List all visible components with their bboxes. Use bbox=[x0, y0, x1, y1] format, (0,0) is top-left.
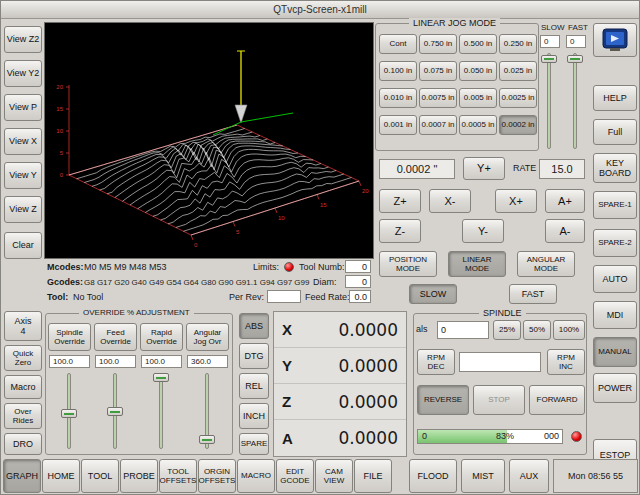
jog-y-minus-button[interactable]: Y- bbox=[462, 219, 504, 243]
rapid-override-value[interactable]: 100.0 bbox=[141, 355, 182, 368]
jog-increment-0100[interactable]: 0.100 in bbox=[379, 61, 417, 81]
jog-z-minus-button[interactable]: Z- bbox=[379, 219, 421, 243]
dro-abs-button[interactable]: ABS bbox=[239, 313, 269, 339]
origin-offsets-tab-button[interactable]: ORGIN OFFSETS bbox=[198, 459, 236, 493]
axis-select-button[interactable]: Axis 4 bbox=[4, 311, 42, 341]
jog-increment-00002[interactable]: 0.0002 in bbox=[499, 115, 537, 135]
quick-zero-button[interactable]: Quick Zero bbox=[4, 345, 42, 371]
feed-override-button[interactable]: Feed Override bbox=[94, 323, 137, 351]
feed-rate-entry[interactable]: 0.0 bbox=[349, 290, 371, 303]
flood-button[interactable]: FLOOD bbox=[409, 459, 457, 493]
linear-mode-button[interactable]: LINEAR MODE bbox=[448, 251, 506, 277]
rapid-override-button[interactable]: Rapid Override bbox=[140, 323, 183, 351]
mdi-mode-button[interactable]: MDI bbox=[593, 301, 637, 329]
jog-increment-0075[interactable]: 0.075 in bbox=[419, 61, 457, 81]
jog-x-plus-button[interactable]: X+ bbox=[495, 189, 537, 213]
spindle-override-button[interactable]: Spindle Override bbox=[48, 323, 91, 351]
title-bar[interactable]: QTvcp-Screen-x1mill bbox=[1, 1, 639, 19]
dro-rel-button[interactable]: REL bbox=[239, 373, 269, 399]
jog-increment-00025[interactable]: 0.0025 in bbox=[499, 88, 537, 108]
spindle-25pct-button[interactable]: 25% bbox=[493, 320, 521, 340]
dro-panel-button[interactable]: DRO bbox=[4, 433, 42, 455]
feed-override-slider-handle[interactable] bbox=[107, 407, 123, 416]
angular-override-value[interactable]: 360.0 bbox=[187, 355, 228, 368]
spindle-override-value[interactable]: 100.0 bbox=[49, 355, 90, 368]
jog-z-plus-button[interactable]: Z+ bbox=[379, 189, 421, 213]
fast-rate-button[interactable]: FAST bbox=[509, 284, 557, 304]
jog-x-minus-button[interactable]: X- bbox=[429, 189, 471, 213]
jog-increment-00075[interactable]: 0.0075 in bbox=[419, 88, 457, 108]
view-z2-button[interactable]: View Z2 bbox=[4, 26, 42, 53]
jog-increment-0010[interactable]: 0.010 in bbox=[379, 88, 417, 108]
spare2-button[interactable]: SPARE-2 bbox=[593, 229, 637, 257]
view-x-button[interactable]: View X bbox=[4, 128, 42, 155]
tool-offsets-tab-button[interactable]: TOOL OFFSETS bbox=[159, 459, 197, 493]
mist-button[interactable]: MIST bbox=[461, 459, 505, 493]
spare1-button[interactable]: SPARE-1 bbox=[593, 191, 637, 219]
view-y-button[interactable]: View Y bbox=[4, 162, 42, 189]
edit-gcode-tab-button[interactable]: EDIT GCODE bbox=[276, 459, 314, 493]
gremlin-3d-preview[interactable]: 0055101015152020 bbox=[44, 22, 374, 259]
keyboard-button[interactable]: KEY BOARD bbox=[593, 153, 637, 183]
jog-increment-0050[interactable]: 0.050 in bbox=[459, 61, 497, 81]
spindle-50pct-button[interactable]: 50% bbox=[523, 320, 551, 340]
jog-a-plus-button[interactable]: A+ bbox=[545, 189, 585, 213]
angular-override-button[interactable]: Angular Jog Ovr bbox=[186, 323, 229, 351]
aux-button[interactable]: AUX bbox=[509, 459, 549, 493]
jog-increment-0025[interactable]: 0.025 in bbox=[499, 61, 537, 81]
spindle-forward-button[interactable]: FORWARD bbox=[529, 385, 585, 415]
graph-tab-button[interactable]: GRAPH bbox=[3, 459, 41, 493]
jog-increment-0250[interactable]: 0.250 in bbox=[499, 34, 537, 54]
clear-plot-button[interactable]: Clear bbox=[4, 232, 42, 259]
slow-rate-button[interactable]: SLOW bbox=[409, 284, 457, 304]
jog-increment-0005[interactable]: 0.005 in bbox=[459, 88, 497, 108]
dro-inch-button[interactable]: INCH bbox=[239, 403, 269, 429]
jog-increment-0750[interactable]: 0.750 in bbox=[419, 34, 457, 54]
rpm-dec-button[interactable]: RPM DEC bbox=[417, 349, 455, 375]
spindle-100pct-button[interactable]: 100% bbox=[553, 320, 585, 340]
fast-slider-value[interactable]: 0 bbox=[566, 35, 586, 48]
slow-slider-value[interactable]: 0 bbox=[540, 35, 560, 48]
auto-mode-button[interactable]: AUTO bbox=[593, 265, 637, 293]
jog-increment-00007[interactable]: 0.0007 in bbox=[419, 115, 457, 135]
fast-slider-handle[interactable] bbox=[567, 55, 583, 63]
dro-dtg-button[interactable]: DTG bbox=[239, 343, 269, 369]
file-tab-button[interactable]: FILE bbox=[354, 459, 392, 493]
jog-increment-00005[interactable]: 0.0005 in bbox=[459, 115, 497, 135]
jog-a-minus-button[interactable]: A- bbox=[545, 219, 585, 243]
angular-override-slider-handle[interactable] bbox=[199, 435, 215, 444]
jog-increment-cont[interactable]: Cont bbox=[379, 34, 417, 54]
tool-number-entry[interactable]: 0 bbox=[345, 260, 371, 273]
diameter-entry[interactable]: 0 bbox=[345, 275, 371, 288]
dro-spare-button[interactable]: SPARE bbox=[239, 433, 269, 455]
slow-slider-track[interactable] bbox=[547, 53, 551, 149]
view-p-button[interactable]: View P bbox=[4, 94, 42, 121]
shutdown-button[interactable] bbox=[593, 23, 637, 57]
feed-override-value[interactable]: 100.0 bbox=[95, 355, 136, 368]
position-mode-button[interactable]: POSITION MODE bbox=[379, 251, 437, 277]
per-rev-entry[interactable] bbox=[267, 290, 301, 303]
spindle-speed-entry[interactable]: 0 bbox=[437, 321, 489, 339]
macro-tab-button[interactable]: MACRO bbox=[237, 459, 275, 493]
view-y2-button[interactable]: View Y2 bbox=[4, 60, 42, 87]
probe-tab-button[interactable]: PROBE bbox=[120, 459, 158, 493]
slow-slider-handle[interactable] bbox=[541, 55, 557, 63]
spindle-stop-button[interactable]: STOP bbox=[473, 385, 525, 415]
macro-panel-button[interactable]: Macro bbox=[4, 375, 42, 399]
rpm-inc-button[interactable]: RPM INC bbox=[547, 349, 585, 375]
power-button[interactable]: POWER bbox=[593, 373, 637, 403]
fullscreen-button[interactable]: Full bbox=[593, 119, 637, 145]
overrides-panel-button[interactable]: Over Rides bbox=[4, 403, 42, 429]
rapid-override-slider-track[interactable] bbox=[159, 373, 163, 449]
rapid-override-slider-handle[interactable] bbox=[153, 373, 169, 382]
view-z-button[interactable]: View Z bbox=[4, 196, 42, 223]
manual-mode-button[interactable]: MANUAL bbox=[593, 337, 637, 367]
cam-view-tab-button[interactable]: CAM VIEW bbox=[315, 459, 353, 493]
fast-slider-track[interactable] bbox=[573, 53, 577, 149]
angular-mode-button[interactable]: ANGULAR MODE bbox=[517, 251, 575, 277]
jog-y-plus-button[interactable]: Y+ bbox=[463, 157, 505, 180]
spindle-override-slider-handle[interactable] bbox=[61, 409, 77, 418]
jog-increment-0001[interactable]: 0.001 in bbox=[379, 115, 417, 135]
jog-increment-0500[interactable]: 0.500 in bbox=[459, 34, 497, 54]
tool-tab-button[interactable]: TOOL bbox=[81, 459, 119, 493]
